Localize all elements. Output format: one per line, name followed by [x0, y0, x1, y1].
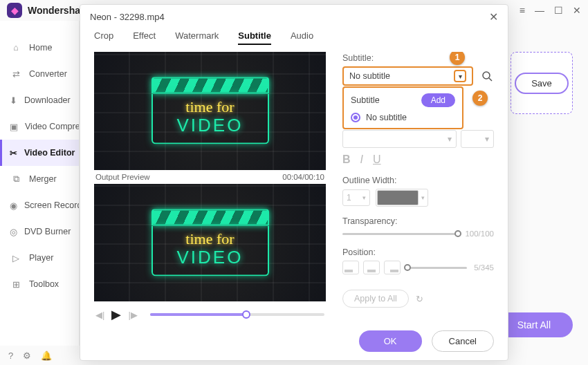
sidebar-item-player[interactable]: ▷Player: [0, 245, 79, 271]
sidebar-item-label: Downloader: [24, 95, 71, 105]
font-family-select[interactable]: ▾: [342, 130, 457, 148]
sidebar-item-screen-recorder[interactable]: ◉Screen Recorde: [0, 192, 79, 218]
italic-icon[interactable]: I: [360, 153, 363, 166]
player-icon: ▷: [10, 252, 22, 264]
tab-effect[interactable]: Effect: [133, 30, 156, 45]
svg-line-1: [489, 78, 492, 81]
subtitle-dropdown: Subtitle Add No subtitle: [342, 86, 463, 129]
radio-selected-icon: [351, 113, 360, 122]
sidebar-item-label: Converter: [29, 69, 67, 79]
subtitle-select-value: No subtitle: [349, 71, 390, 81]
output-preview: time forVIDEO: [94, 184, 326, 302]
subtitle-options: 1 2 Subtitle: No subtitle ▾ Subtitle: [342, 52, 494, 322]
minimize-icon[interactable]: —: [535, 5, 544, 16]
search-subtitle-icon[interactable]: [480, 69, 494, 83]
editor-tabs: Crop Effect Watermark Subtitle Audio: [80, 26, 508, 52]
dvd-icon: ◎: [10, 225, 17, 238]
editor-icon: ✂: [10, 147, 17, 159]
position-label: Position:: [342, 247, 494, 257]
sidebar-item-toolbox[interactable]: ⊞Toolbox: [0, 271, 79, 297]
outline-width-label: Outline Width:: [342, 176, 494, 185]
save-button[interactable]: Save: [515, 73, 569, 94]
font-size-select[interactable]: ▾: [461, 130, 494, 148]
record-icon: ◉: [10, 199, 17, 212]
source-preview: time forVIDEO: [94, 52, 326, 170]
tab-audio[interactable]: Audio: [291, 30, 313, 45]
editor-modal: Neon - 32298.mp4 ✕ Crop Effect Watermark…: [80, 4, 508, 361]
prev-frame-icon[interactable]: ◀|: [95, 310, 104, 320]
position-center-icon[interactable]: [363, 261, 380, 274]
tab-watermark[interactable]: Watermark: [175, 30, 219, 45]
position-right-icon[interactable]: [384, 261, 401, 274]
app-logo: ◆: [7, 3, 22, 18]
outline-width-select[interactable]: 1▾: [342, 189, 370, 206]
sidebar-item-home[interactable]: ⌂Home: [0, 35, 79, 61]
sidebar-item-dvd-burner[interactable]: ◎DVD Burner: [0, 218, 79, 245]
menu-icon[interactable]: ≡: [520, 5, 525, 16]
subtitle-option-none[interactable]: No subtitle: [351, 113, 455, 122]
sidebar-item-label: Home: [29, 43, 52, 53]
sidebar-item-video-compress[interactable]: ▣Video Compress: [0, 113, 79, 140]
dropdown-heading: Subtitle: [351, 95, 380, 105]
compress-icon: ▣: [10, 120, 18, 133]
close-modal-icon[interactable]: ✕: [489, 10, 498, 24]
callout-2: 2: [472, 91, 488, 106]
subtitle-option-label: No subtitle: [366, 113, 407, 122]
output-preview-label: Output Preview: [95, 173, 150, 181]
sidebar-item-label: Player: [29, 253, 53, 263]
transparency-value: 100/100: [465, 230, 494, 238]
play-icon[interactable]: ▶: [111, 307, 121, 322]
sidebar-item-label: Video Compress: [25, 122, 79, 131]
outline-color-select[interactable]: ▾: [376, 189, 428, 207]
save-drop-zone[interactable]: Save: [511, 52, 573, 114]
sidebar-item-label: DVD Burner: [24, 227, 71, 236]
position-slider[interactable]: [407, 267, 467, 269]
sidebar-item-label: Screen Recorde: [24, 200, 79, 210]
position-left-icon[interactable]: [342, 261, 359, 274]
ok-button[interactable]: OK: [359, 330, 422, 352]
neon-text-2: VIDEO: [160, 115, 261, 136]
tab-subtitle[interactable]: Subtitle: [238, 30, 271, 45]
tab-crop[interactable]: Crop: [94, 30, 113, 45]
refresh-icon[interactable]: ↻: [416, 294, 423, 304]
sidebar-item-label: Toolbox: [29, 279, 59, 289]
next-frame-icon[interactable]: |▶: [128, 310, 137, 320]
apply-to-all-button[interactable]: Apply to All: [342, 290, 409, 308]
sidebar-item-downloader[interactable]: ⬇Downloader: [0, 87, 79, 113]
modal-title: Neon - 32298.mp4: [90, 12, 165, 22]
transparency-label: Transparency:: [342, 216, 494, 226]
toolbox-icon: ⊞: [10, 278, 22, 290]
transparency-slider[interactable]: [342, 233, 458, 235]
color-swatch: [377, 190, 419, 205]
time-display: 00:04/00:10: [282, 173, 324, 181]
notification-icon[interactable]: 🔔: [41, 350, 52, 361]
sidebar-item-label: Merger: [29, 174, 57, 184]
merger-icon: ⧉: [10, 173, 22, 185]
close-window-icon[interactable]: ✕: [573, 5, 581, 16]
add-subtitle-button[interactable]: Add: [421, 93, 455, 107]
sidebar-item-video-editor[interactable]: ✂Video Editor: [0, 140, 79, 166]
sidebar-item-merger[interactable]: ⧉Merger: [0, 166, 79, 192]
maximize-icon[interactable]: ☐: [554, 5, 563, 16]
bold-icon[interactable]: B: [342, 153, 351, 166]
converter-icon: ⇄: [10, 68, 22, 80]
subtitle-label: Subtitle:: [342, 53, 494, 63]
subtitle-select[interactable]: No subtitle ▾: [342, 66, 473, 86]
svg-point-0: [483, 72, 490, 79]
underline-icon[interactable]: U: [373, 153, 381, 166]
sidebar: ⌂Home ⇄Converter ⬇Downloader ▣Video Comp…: [0, 21, 80, 346]
home-icon: ⌂: [10, 41, 22, 54]
sidebar-item-label: Video Editor: [24, 148, 75, 158]
neon-text-1: time for: [160, 100, 261, 115]
help-icon[interactable]: ?: [8, 350, 13, 361]
download-icon: ⬇: [10, 94, 17, 106]
settings-icon[interactable]: ⚙: [23, 350, 31, 361]
position-value: 5/345: [474, 263, 494, 272]
chevron-down-icon[interactable]: ▾: [454, 70, 466, 82]
seek-slider[interactable]: [150, 313, 324, 316]
sidebar-item-converter[interactable]: ⇄Converter: [0, 61, 79, 87]
preview-column: time forVIDEO Output Preview 00:04/00:10…: [94, 52, 326, 322]
cancel-button[interactable]: Cancel: [432, 330, 494, 352]
